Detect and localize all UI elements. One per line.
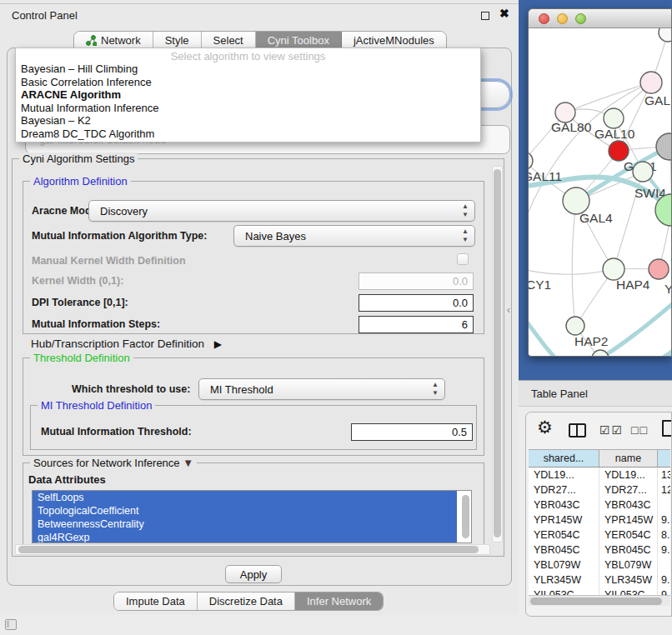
node-label: GAL	[644, 93, 670, 108]
scrollbar-thumb[interactable]	[530, 598, 662, 605]
gear-icon[interactable]: ⚙	[537, 418, 553, 438]
tab-infer-network[interactable]: Infer Network	[295, 592, 383, 610]
table-row[interactable]: YDR27...YDR27...12	[529, 482, 670, 498]
column-header-name[interactable]: name	[599, 450, 658, 467]
which-threshold-combo[interactable]: MI Threshold ▲▼	[198, 378, 445, 400]
data-attribute-item[interactable]: SelfLoops	[33, 491, 457, 504]
control-panel: Control Panel ✖ Network Style Select Cyn…	[0, 0, 519, 615]
algorithm-option[interactable]: Dream8 DC_TDC Algorithm	[16, 128, 480, 141]
network-node[interactable]	[656, 133, 672, 160]
algorithm-option[interactable]: Mutual Information Inference	[16, 102, 480, 115]
network-node[interactable]	[640, 72, 662, 93]
panel-splitter-arrow[interactable]: ‹	[507, 304, 510, 316]
network-view-window[interactable]: GALGAL80GAL10GAL1GAL11SWI4GAL4GCY1HAP4YH…	[528, 8, 672, 357]
column-header-partial[interactable]	[658, 450, 670, 467]
tab-style[interactable]: Style	[153, 32, 202, 49]
tab-impute-data[interactable]: Impute Data	[114, 592, 198, 610]
zoom-traffic-light[interactable]	[575, 13, 586, 24]
split-columns-icon[interactable]	[569, 423, 586, 438]
close-icon[interactable]: ✖	[499, 7, 509, 20]
table-row[interactable]: YBL079WYBL079W	[529, 558, 670, 572]
apply-button[interactable]: Apply	[225, 565, 282, 583]
tab-label: Infer Network	[307, 595, 371, 608]
kernel-width-label: Kernel Width (0,1):	[32, 275, 123, 287]
minimized-panel-icon[interactable]	[5, 619, 17, 630]
table-panel-bar: Table Panel	[519, 380, 672, 407]
scrollbar-thumb[interactable]	[18, 546, 479, 553]
table-horizontal-scrollbar[interactable]	[529, 595, 670, 606]
float-window-icon[interactable]	[481, 12, 489, 20]
tab-label: Discretize Data	[209, 595, 283, 608]
which-threshold-value: MI Threshold	[210, 383, 273, 396]
node-table: shared... name YDL19...YDL19...13YDR27..…	[529, 449, 670, 602]
data-attribute-item[interactable]: BetweennessCentrality	[33, 518, 457, 531]
close-traffic-light[interactable]	[539, 13, 549, 24]
network-graph[interactable]: GALGAL80GAL10GAL1GAL11SWI4GAL4GCY1HAP4YH…	[529, 28, 672, 357]
table-row[interactable]: YLR345WYLR345W9.	[529, 572, 670, 588]
table-row[interactable]: YBR043CYBR043C	[529, 498, 670, 512]
table-cell: YBR045C	[599, 542, 658, 558]
network-node[interactable]	[604, 108, 624, 128]
algorithm-option[interactable]: Bayesian – K2	[16, 114, 480, 128]
network-node[interactable]	[529, 152, 533, 170]
table-row[interactable]: YBR045CYBR045C9.	[529, 542, 670, 558]
table-card: ⚙ ☑☑ □□ shared... name YDL19...YDL19...1…	[525, 412, 672, 617]
table-cell: YBR043C	[529, 498, 599, 512]
deselect-all-checkboxes-icon[interactable]: □□	[631, 423, 649, 437]
network-nodes: GALGAL80GAL10GAL1GAL11SWI4GAL4GCY1HAP4YH…	[529, 28, 672, 357]
tab-cyni-toolbox[interactable]: Cyni Toolbox	[256, 32, 342, 49]
hub-definition-label: Hub/Transcription Factor Definition	[31, 338, 204, 350]
algorithm-option[interactable]: Basic Correlation Inference	[16, 76, 480, 89]
table-cell: YER054C	[529, 528, 599, 542]
data-attributes-label: Data Attributes	[28, 473, 106, 486]
table-row[interactable]: YDL19...YDL19...13	[529, 468, 670, 482]
node-label: GCY1	[529, 278, 551, 292]
data-attribute-item[interactable]: TopologicalCoefficient	[33, 504, 457, 518]
table-cell: YBL079W	[599, 558, 658, 572]
kernel-width-input[interactable]	[359, 272, 474, 290]
mi-steps-label: Mutual Information Steps:	[32, 318, 160, 330]
table-cell: YBR045C	[529, 542, 599, 558]
manual-kernel-label: Manual Kernel Width Definition	[32, 255, 186, 267]
scrollbar-thumb[interactable]	[494, 169, 501, 538]
table-body: YDL19...YDL19...13YDR27...YDR27...12YBR0…	[529, 468, 670, 602]
tab-network[interactable]: Network	[74, 32, 153, 49]
settings-horizontal-scrollbar[interactable]	[15, 544, 490, 555]
table-cell: 9.	[658, 542, 670, 558]
table-row[interactable]: YER054CYER054C8.	[529, 528, 670, 542]
algorithm-option[interactable]: Bayesian – Hill Climbing	[16, 62, 480, 76]
tab-label: Select	[213, 34, 243, 47]
select-all-checkboxes-icon[interactable]: ☑☑	[599, 423, 624, 437]
table-cell: YDR27...	[529, 482, 599, 498]
data-attribute-item[interactable]: gal4RGexp	[33, 531, 457, 543]
column-header-shared-name[interactable]: shared...	[529, 450, 599, 467]
aracne-mode-combo[interactable]: Discovery ▲▼	[88, 200, 475, 222]
tab-select[interactable]: Select	[202, 32, 256, 49]
table-cell: 13	[658, 468, 670, 482]
stepper-icon: ▲▼	[462, 228, 469, 244]
algorithm-option[interactable]: ARACNE Algorithm	[16, 88, 480, 102]
mi-threshold-input[interactable]	[351, 423, 473, 441]
network-node[interactable]	[633, 162, 653, 182]
list-scrollbar-thumb[interactable]	[462, 495, 469, 538]
sources-group: Sources for Network Inference ▼ Data Att…	[23, 462, 484, 544]
mi-type-combo[interactable]: Naive Bayes ▲▼	[233, 225, 475, 247]
network-node[interactable]	[659, 28, 672, 42]
table-row[interactable]: YPR145WYPR145W9.	[529, 512, 670, 528]
network-node[interactable]	[649, 259, 669, 279]
settings-vertical-scrollbar[interactable]	[492, 166, 503, 542]
minimize-traffic-light[interactable]	[557, 13, 568, 24]
dpi-tolerance-input[interactable]	[359, 294, 474, 312]
window-titlebar[interactable]	[529, 9, 671, 28]
collapse-arrow-icon[interactable]: ▼	[183, 457, 193, 469]
algorithm-definition-group: Algorithm Definition Aracne Mode: Discov…	[23, 181, 484, 334]
hub-definition-expander[interactable]: Hub/Transcription Factor Definition ▶	[31, 338, 222, 350]
mi-steps-input[interactable]	[359, 316, 474, 333]
document-icon[interactable]	[662, 420, 672, 437]
network-node[interactable]	[609, 141, 629, 161]
tab-discretize-data[interactable]: Discretize Data	[198, 592, 295, 610]
tab-jactivemnodules[interactable]: jActiveMNodules	[342, 32, 446, 49]
node-label: Y	[664, 282, 672, 296]
manual-kernel-checkbox[interactable]	[457, 253, 469, 265]
network-node[interactable]	[566, 317, 584, 335]
